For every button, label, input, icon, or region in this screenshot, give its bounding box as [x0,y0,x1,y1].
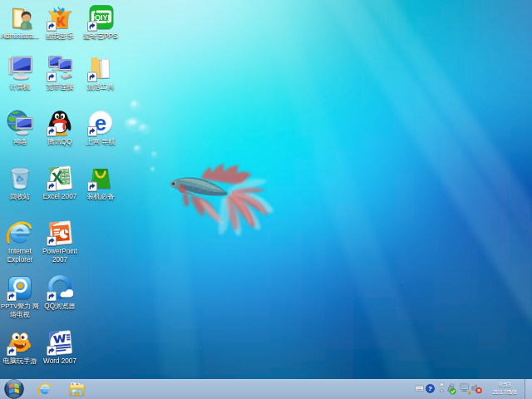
svg-text:?: ? [428,385,432,392]
svg-text:iQIYI: iQIYI [93,13,111,22]
